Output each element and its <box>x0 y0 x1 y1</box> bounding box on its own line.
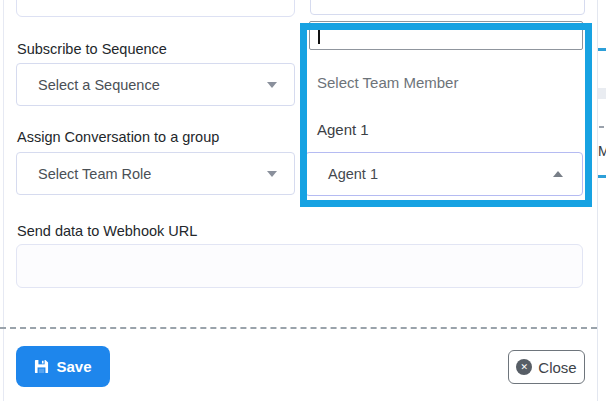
caret-down-icon <box>267 82 277 88</box>
close-button[interactable]: ✕ Close <box>508 350 585 384</box>
text-cursor <box>318 27 320 44</box>
top-left-field-partial[interactable] <box>16 0 295 17</box>
gray-dash-fragment <box>599 126 604 128</box>
save-button-label: Save <box>56 358 91 375</box>
top-right-field-partial[interactable] <box>310 0 585 15</box>
team-member-selected-value: Agent 1 <box>328 166 553 182</box>
dropdown-option-agent1[interactable]: Agent 1 <box>317 121 369 141</box>
gray-block-fragment <box>598 88 606 99</box>
footer-dashed-divider <box>0 327 597 329</box>
modal-left-border <box>3 0 4 401</box>
team-role-select-placeholder: Select Team Role <box>38 166 267 182</box>
close-button-label: Close <box>538 359 576 376</box>
sequence-select[interactable]: Select a Sequence <box>16 63 295 106</box>
caret-down-icon <box>267 171 277 177</box>
blue-indicator-fragment <box>598 48 606 51</box>
team-member-select[interactable]: Agent 1 <box>305 152 583 196</box>
adjacent-content-fragment: M <box>598 0 606 401</box>
team-role-select[interactable]: Select Team Role <box>16 152 295 195</box>
sequence-select-placeholder: Select a Sequence <box>38 77 267 93</box>
assign-group-label: Assign Conversation to a group <box>17 129 219 147</box>
caret-up-icon <box>553 171 563 177</box>
save-button[interactable]: Save <box>16 346 110 387</box>
blue-indicator-fragment <box>598 175 606 178</box>
webhook-url-label: Send data to Webhook URL <box>17 223 197 241</box>
floppy-disk-icon <box>34 359 49 374</box>
webhook-url-input[interactable] <box>16 244 583 288</box>
modal-body: Subscribe to Sequence Select a Sequence … <box>0 0 606 401</box>
dropdown-option-placeholder[interactable]: Select Team Member <box>317 74 458 94</box>
clipped-text-fragment: M <box>598 143 606 159</box>
team-member-search-input[interactable] <box>309 21 583 50</box>
circle-x-icon: ✕ <box>516 359 532 375</box>
subscribe-to-sequence-label: Subscribe to Sequence <box>17 41 167 59</box>
